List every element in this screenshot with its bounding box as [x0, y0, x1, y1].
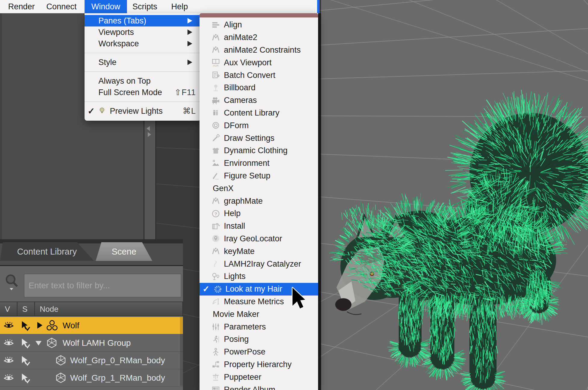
shirt-icon	[211, 146, 220, 155]
expand-expanded-icon[interactable]	[36, 341, 42, 345]
menuitem-viewports[interactable]: Viewports	[85, 26, 201, 38]
billboard-icon	[211, 83, 220, 92]
menuitem-full-screen-mode[interactable]: Full Screen Mode⇧F11	[85, 87, 201, 98]
menu-separator	[85, 101, 201, 102]
scene-filter-bar	[0, 266, 183, 302]
menubar-edge-accent	[317, 0, 320, 13]
visibility-eye-icon[interactable]	[4, 356, 14, 365]
selectable-cursor-icon[interactable]	[20, 373, 31, 384]
mouse-cursor	[288, 286, 310, 314]
submenu-item-graphmate[interactable]: graphMate	[200, 195, 318, 207]
submenu-item-install[interactable]: Install	[200, 220, 318, 233]
submenu-item-batch-convert[interactable]: Batch Convert	[200, 69, 318, 82]
submenu-item-iray-geolocator[interactable]: Iray GeoLocator	[200, 233, 318, 245]
collapse-right-icon	[148, 132, 151, 137]
node-label[interactable]: Wolf_Grp_1_RMan_body	[70, 373, 165, 383]
menuitem-panes-tabs[interactable]: Panes (Tabs)	[85, 15, 201, 26]
submenu-item-dform[interactable]: DForm	[200, 119, 318, 132]
selectable-cursor-icon[interactable]	[20, 338, 31, 349]
location-pin-icon	[211, 234, 220, 243]
menu-connect[interactable]: Connect	[46, 0, 77, 13]
menu-scripts[interactable]: Scripts	[132, 0, 157, 13]
visibility-eye-icon[interactable]	[4, 339, 14, 348]
submenu-item-align[interactable]: Align	[200, 19, 318, 31]
submenu-item-property-hierarchy[interactable]: Property Hierarchy	[200, 358, 318, 371]
menuitem-preview-lights[interactable]: ✓ Preview Lights ⌘L	[85, 105, 201, 117]
column-node[interactable]: Node	[35, 302, 183, 316]
menu-bar: Render Connect Window Scripts Help	[0, 0, 320, 13]
menuitem-workspace[interactable]: Workspace	[85, 38, 201, 49]
submenu-item-figure-setup[interactable]: Figure Setup	[200, 170, 318, 182]
checkmark-icon: ✓	[203, 284, 209, 294]
expand-collapsed-icon[interactable]	[37, 322, 42, 329]
menu-render[interactable]: Render	[8, 0, 35, 13]
prop-node-icon	[46, 337, 58, 349]
selectable-cursor-icon[interactable]	[20, 355, 31, 366]
tree-row-wolf-lamh-group[interactable]: Wolf LAMH Group	[0, 334, 183, 352]
submenu-item-content-library[interactable]: Content Library	[200, 107, 318, 119]
column-visibility[interactable]: V	[0, 302, 17, 316]
install-icon	[211, 222, 220, 231]
search-icon[interactable]	[4, 273, 21, 291]
menuitem-always-on-top[interactable]: Always on Top	[85, 75, 201, 87]
puppeteer-icon	[211, 373, 220, 382]
submenu-item-genx[interactable]: GenX	[200, 182, 318, 195]
submenu-item-puppeteer[interactable]: Puppeteer	[200, 371, 318, 383]
submenu-arrow-icon	[187, 18, 192, 23]
node-label[interactable]: Wolf	[63, 321, 79, 330]
figure-setup-icon	[211, 171, 220, 180]
scene-scroll-edge	[180, 317, 183, 386]
tree-row-wolf[interactable]: Wolf	[0, 317, 183, 334]
menu-window[interactable]: Window	[85, 0, 127, 13]
scene-tree: Wolf Wolf LAMH Group Wolf_Grp_0_RMan_bod…	[0, 317, 183, 387]
sliders-icon	[211, 322, 220, 331]
submenu-arrow-icon	[187, 60, 192, 65]
node-label[interactable]: Wolf LAMH Group	[63, 338, 131, 348]
visibility-eye-icon[interactable]	[4, 373, 14, 382]
submenu-top-strip	[200, 13, 318, 17]
menu-separator	[85, 71, 201, 72]
group-node-icon	[46, 320, 58, 332]
submenu-item-draw-settings[interactable]: Draw Settings	[200, 132, 318, 144]
window-dropdown-menu: Panes (Tabs) Viewports Workspace Style A…	[85, 13, 201, 121]
submenu-item-powerpose[interactable]: PowerPose	[200, 346, 318, 358]
shortcut-label: ⇧F11	[175, 87, 196, 98]
animate-icon	[211, 247, 220, 256]
menuitem-style[interactable]: Style	[85, 57, 201, 68]
lights-icon	[211, 272, 220, 281]
selectable-cursor-icon[interactable]	[20, 320, 31, 331]
submenu-item-parameters[interactable]: Parameters	[200, 320, 318, 333]
camera-icon	[211, 96, 220, 105]
scene-table-header: V S Node	[0, 302, 183, 316]
light-bulb-icon	[98, 107, 106, 115]
dform-icon	[211, 121, 220, 130]
submenu-item-help[interactable]: Help	[200, 207, 318, 220]
submenu-item-dynamic-clothing[interactable]: Dynamic Clothing	[200, 144, 318, 157]
splitter-collapse-arrows[interactable]	[147, 125, 153, 141]
menu-help[interactable]: Help	[171, 0, 188, 13]
submenu-item-lamh2iray-catalyzer[interactable]: LAMH2Iray Catalyzer	[200, 258, 318, 270]
prop-node-icon	[55, 372, 67, 384]
batch-convert-icon	[211, 71, 220, 80]
help-icon	[211, 209, 220, 218]
checkmark-icon: ✓	[88, 105, 95, 117]
submenu-item-animate2-constraints[interactable]: aniMate2 Constraints	[200, 44, 318, 57]
environment-icon	[211, 159, 220, 168]
submenu-item-render-album[interactable]: Render Album	[200, 383, 318, 390]
scene-filter-input[interactable]	[24, 274, 181, 297]
submenu-item-animate2[interactable]: aniMate2	[200, 31, 318, 44]
tree-row-wolf-grp-1[interactable]: Wolf_Grp_1_RMan_body	[0, 369, 183, 387]
powerpose-icon	[211, 348, 220, 357]
submenu-item-environment[interactable]: Environment	[200, 157, 318, 170]
column-selectability[interactable]: S	[17, 302, 35, 316]
submenu-item-keymate[interactable]: keyMate	[200, 245, 318, 258]
submenu-item-aux-viewport[interactable]: Aux Viewport	[200, 56, 318, 69]
tree-row-wolf-grp-0[interactable]: Wolf_Grp_0_RMan_body	[0, 352, 183, 369]
node-label[interactable]: Wolf_Grp_0_RMan_body	[70, 356, 165, 365]
submenu-item-cameras[interactable]: Cameras	[200, 94, 318, 107]
submenu-item-posing[interactable]: Posing	[200, 333, 318, 346]
visibility-eye-icon[interactable]	[4, 321, 14, 330]
animate-icon	[211, 33, 220, 42]
submenu-item-billboard[interactable]: Billboard	[200, 82, 318, 94]
submenu-item-lights[interactable]: Lights	[200, 270, 318, 283]
